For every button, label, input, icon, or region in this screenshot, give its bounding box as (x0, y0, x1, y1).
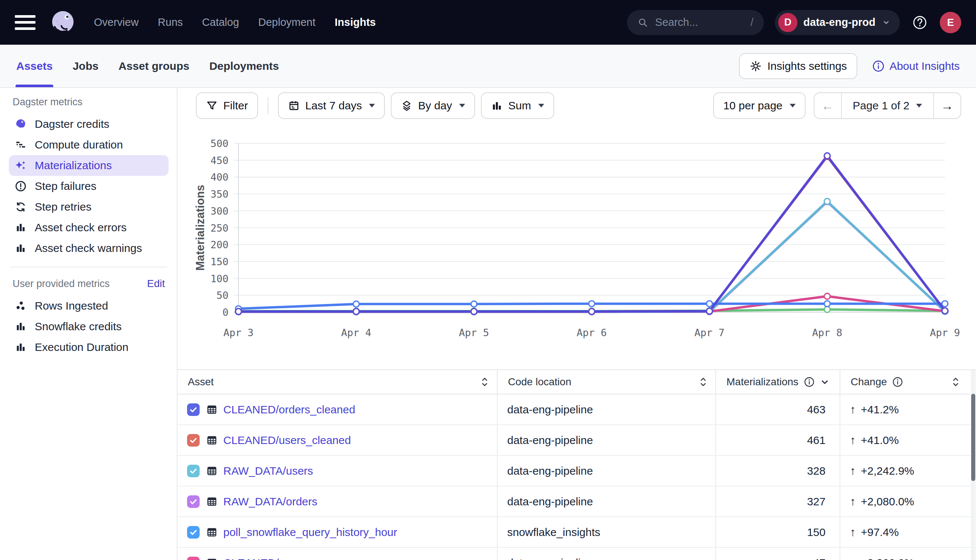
sidebar-item-materializations[interactable]: Materializations (9, 155, 169, 176)
aggregation-dropdown[interactable]: Sum (481, 92, 554, 119)
column-header-change[interactable]: Change (840, 370, 976, 394)
tab-jobs[interactable]: Jobs (72, 45, 99, 87)
pagination: ← Page 1 of 2 → (814, 92, 961, 119)
topnav-link-insights[interactable]: Insights (334, 16, 376, 28)
dagster-octopus-icon (14, 117, 27, 131)
date-range-label: Last 7 days (305, 99, 362, 112)
asset-table-icon (206, 495, 218, 508)
search-input[interactable]: Search... / (627, 10, 764, 35)
asset-table-icon (206, 557, 218, 560)
materializations-line-chart[interactable]: 050100150200250300350400450500Apr 3Apr 4… (177, 126, 976, 355)
insights-settings-button[interactable]: Insights settings (739, 53, 857, 79)
chart-controls-row: Filter Last 7 days By day (177, 92, 976, 119)
topnav-link-catalog[interactable]: Catalog (202, 16, 239, 28)
hamburger-menu-icon[interactable] (15, 15, 35, 30)
row-checkbox[interactable] (187, 465, 200, 477)
prev-page-button[interactable]: ← (814, 93, 841, 118)
tab-deployments[interactable]: Deployments (209, 45, 279, 87)
column-header-materializations[interactable]: Materializations (716, 370, 840, 394)
sort-icon[interactable] (481, 377, 489, 387)
sidebar-item-compute-duration[interactable]: Compute duration (9, 135, 169, 155)
user-avatar[interactable]: E (940, 12, 961, 33)
arrow-up-icon: ↑ (850, 556, 856, 560)
topnav-link-overview[interactable]: Overview (94, 16, 139, 28)
row-checkbox[interactable] (187, 434, 200, 447)
column-header-code-location[interactable]: Code location (498, 370, 716, 394)
dagster-logo-icon[interactable] (48, 8, 78, 37)
change-cell: ↑ +2,300.0% (840, 548, 976, 560)
sidebar-item-asset-check-warnings[interactable]: Asset check warnings (9, 238, 169, 258)
per-page-dropdown[interactable]: 10 per page (713, 92, 805, 119)
dots-icon (14, 299, 27, 313)
info-icon[interactable] (892, 377, 903, 387)
sort-icon[interactable] (952, 377, 960, 387)
aggregation-label: Sum (508, 99, 531, 112)
asset-link[interactable]: CLEANED/users_cleaned (223, 434, 351, 447)
sidebar-item-snowflake-credits[interactable]: Snowflake credits (9, 316, 169, 337)
filter-button[interactable]: Filter (196, 92, 258, 119)
steps-icon (14, 138, 27, 152)
sidebar-item-dagster-credits[interactable]: Dagster credits (9, 114, 169, 135)
svg-text:200: 200 (211, 239, 229, 250)
asset-link[interactable]: poll_snowflake_query_history_hour (223, 526, 397, 538)
row-checkbox[interactable] (187, 495, 200, 508)
svg-text:450: 450 (211, 155, 229, 166)
sidebar-item-label: Step failures (35, 180, 97, 192)
page-selector-dropdown[interactable]: Page 1 of 2 (841, 93, 934, 118)
user-metrics-heading: User provided metrics (13, 278, 110, 290)
arrow-up-icon: ↑ (850, 526, 856, 539)
row-checkbox[interactable] (187, 526, 200, 538)
caret-down-icon (459, 104, 465, 107)
sidebar-item-label: Compute duration (35, 138, 123, 151)
asset-link[interactable]: RAW_DATA/users (223, 465, 313, 477)
alert-circle-icon (14, 180, 27, 193)
info-icon[interactable] (804, 377, 815, 387)
change-cell: ↑ +2,080.0% (840, 487, 976, 517)
materializations-cell: 150 (716, 517, 840, 547)
code-location-cell: data-eng-pipeline (498, 395, 716, 425)
svg-text:Apr 6: Apr 6 (577, 327, 607, 338)
chevron-down-icon[interactable] (820, 377, 830, 387)
tab-asset-groups[interactable]: Asset groups (118, 45, 189, 87)
top-navigation-bar: OverviewRunsCatalogDeploymentInsights Se… (0, 0, 976, 45)
code-location-cell: data-eng-pipeline (498, 425, 716, 455)
group-by-dropdown[interactable]: By day (391, 92, 475, 119)
asset-link[interactable]: CLEANED/orders_cleaned (223, 403, 355, 416)
next-page-button[interactable]: → (934, 93, 961, 118)
asset-link[interactable]: CLEANED/… (223, 557, 290, 560)
row-checkbox[interactable] (187, 557, 200, 560)
sidebar-item-step-failures[interactable]: Step failures (9, 176, 169, 197)
sidebar-item-rows-ingested[interactable]: Rows Ingested (9, 295, 169, 316)
caret-down-icon (916, 104, 922, 107)
about-insights-link[interactable]: About Insights (872, 60, 960, 72)
sidebar-divider (10, 267, 167, 267)
sort-icon[interactable] (699, 377, 707, 387)
edit-metrics-link[interactable]: Edit (147, 278, 165, 290)
topnav-link-deployment[interactable]: Deployment (258, 16, 316, 28)
insights-subnav: AssetsJobsAsset groupsDeployments Insigh… (0, 45, 976, 88)
row-checkbox[interactable] (187, 403, 200, 416)
workspace-switcher[interactable]: D data-eng-prod (775, 10, 900, 35)
sidebar-item-label: Rows Ingested (35, 300, 108, 312)
tab-assets[interactable]: Assets (16, 45, 52, 87)
topnav-link-runs[interactable]: Runs (158, 16, 183, 28)
table-row: RAW_DATA/users data-eng-pipeline 328 ↑ +… (177, 456, 976, 487)
asset-link[interactable]: RAW_DATA/orders (223, 495, 318, 508)
sidebar-item-asset-check-errors[interactable]: Asset check errors (9, 217, 169, 238)
table-scrollbar-thumb[interactable] (971, 394, 975, 481)
svg-text:400: 400 (211, 172, 229, 183)
table-row: RAW_DATA/orders data-eng-pipeline 327 ↑ … (177, 487, 976, 517)
page-label: Page 1 of 2 (853, 99, 909, 112)
sidebar-item-label: Asset check errors (35, 221, 127, 234)
help-icon[interactable] (911, 14, 929, 32)
caret-down-icon (790, 104, 796, 107)
arrow-up-icon: ↑ (850, 434, 856, 447)
chevron-down-icon (881, 18, 891, 27)
bar-chart-icon (14, 341, 27, 354)
date-range-dropdown[interactable]: Last 7 days (278, 92, 385, 119)
sidebar-item-step-retries[interactable]: Step retries (9, 197, 169, 217)
sidebar-item-execution-duration[interactable]: Execution Duration (9, 337, 169, 358)
caret-down-icon (369, 104, 375, 107)
column-header-asset[interactable]: Asset (177, 370, 498, 394)
caret-down-icon (538, 104, 544, 107)
